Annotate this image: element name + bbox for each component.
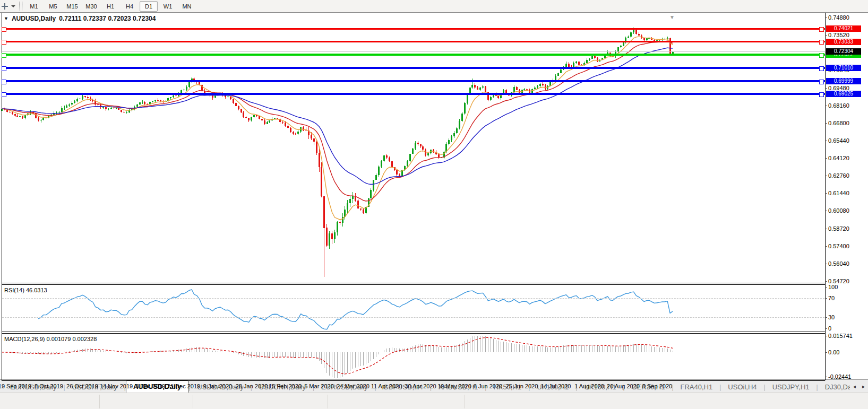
date-axis-label: 19 Sep 2019 [0, 383, 31, 389]
status-bar [0, 393, 868, 409]
hline-handle-right[interactable] [819, 40, 824, 45]
rsi-tick-label: 70 [828, 295, 835, 301]
price-tick-label: 0.61440 [828, 190, 849, 196]
rsi-macd-separator[interactable] [2, 332, 825, 332]
timeframe-button-mn[interactable]: MN [178, 1, 196, 12]
chart-window[interactable]: ▼ AUDUSD,Daily 0.72111 0.72337 0.72023 0… [0, 13, 868, 409]
macd-tick-label: 0.015741 [828, 333, 853, 339]
hline-handle-left[interactable] [2, 80, 6, 84]
chart-title-overlay: ▼ AUDUSD,Daily 0.72111 0.72337 0.72023 0… [4, 15, 156, 22]
chart-ohlc-values: 0.72111 0.72337 0.72023 0.72304 [59, 15, 156, 22]
cursor-dropdown-icon[interactable] [11, 5, 15, 7]
hline-object[interactable] [2, 41, 825, 42]
current-price-line [2, 51, 825, 52]
hline-handle-right[interactable] [819, 80, 824, 84]
chart-shift-marker-icon[interactable]: ▼ [669, 14, 675, 20]
price-tick-label: 0.56040 [828, 260, 849, 267]
timeframe-button-h4[interactable]: H4 [121, 1, 139, 12]
chart-tab-fra40-h1[interactable]: FRA40,H1 [674, 382, 720, 393]
hline-price-badge: 0.74021 [826, 25, 861, 32]
tabs-scroll-left-icon[interactable]: ◂ [850, 382, 858, 391]
macd-bottom-border [2, 380, 825, 381]
rsi-line [38, 290, 673, 329]
hline-object[interactable] [2, 67, 825, 69]
date-axis-label: 21 Dec 2019 [167, 383, 200, 389]
current-price-badge: 0.72304 [826, 48, 861, 55]
date-axis-label: 15 Feb 2020 [269, 383, 302, 389]
hline-price-badge: 0.73033 [826, 39, 861, 45]
moving-average-0 [2, 37, 673, 220]
status-bar-separator [193, 395, 193, 408]
hline-handle-left[interactable] [2, 92, 6, 97]
hline-handle-right[interactable] [819, 53, 824, 58]
timeframe-button-m30[interactable]: M30 [82, 1, 100, 12]
date-axis-label: 28 Jan 2020 [236, 383, 268, 389]
date-axis-label: 5 Mar 2020 [304, 383, 334, 389]
tabs-scroll-right-icon[interactable]: ▸ [860, 382, 867, 391]
macd-tick-label: -0.02441 [828, 373, 851, 380]
date-axis-label: 8 Oct 2019 [35, 383, 63, 389]
timeframe-button-m15[interactable]: M15 [63, 1, 81, 12]
hline-handle-left[interactable] [2, 53, 6, 58]
date-axis-label: 3 Dec 2019 [135, 383, 165, 389]
price-tick-label: 0.66800 [828, 120, 849, 126]
price-tick-label: 0.73520 [828, 32, 849, 38]
hline-handle-right[interactable] [819, 92, 824, 97]
hline-object[interactable] [2, 80, 825, 82]
macd-tick-label: 0.00 [828, 349, 839, 355]
price-tick-label: 0.74880 [828, 14, 849, 21]
price-axis-border [825, 13, 826, 380]
crosshair-cursor-icon[interactable] [1, 2, 9, 11]
timeframe-button-h1[interactable]: H1 [101, 1, 119, 12]
chart-tab-usoil-h4[interactable]: USOil,H4 [721, 382, 763, 393]
timeframe-button-d1[interactable]: D1 [140, 1, 158, 12]
hline-object[interactable] [2, 28, 825, 30]
chart-tab-usdjpy-h1[interactable]: USDJPY,H1 [766, 382, 817, 393]
hline-handle-left[interactable] [2, 66, 6, 71]
rsi-level-line [2, 317, 824, 318]
rsi-tick-label: 0 [828, 325, 831, 332]
price-tick-label: 0.68160 [828, 102, 849, 109]
chart-tab-dj30-daily[interactable]: DJ30,Daily [818, 382, 850, 393]
date-axis-label: 14 Jul 2020 [541, 383, 571, 389]
moving-average-1 [2, 41, 673, 201]
hline-handle-right[interactable] [819, 66, 824, 71]
rsi-level-line [2, 298, 824, 299]
date-axis-label: 25 Jun 2020 [506, 383, 538, 389]
date-axis-label: 19 May 2020 [437, 383, 471, 389]
rsi-tick-label: 100 [828, 284, 838, 290]
hline-handle-right[interactable] [819, 27, 824, 32]
date-axis-label: 30 Apr 2020 [405, 383, 436, 389]
price-tick-label: 0.58720 [828, 225, 849, 232]
price-tick-label: 0.57400 [828, 243, 849, 249]
hline-handle-left[interactable] [2, 40, 6, 45]
hline-object[interactable] [2, 54, 825, 56]
status-bar-separator [465, 395, 465, 408]
timeframe-button-w1[interactable]: W1 [159, 1, 177, 12]
timeframe-button-m5[interactable]: M5 [44, 1, 62, 12]
chart-dropdown-icon[interactable]: ▼ [4, 16, 8, 21]
hline-handle-left[interactable] [2, 27, 6, 32]
date-axis-label: 11 Apr 2020 [371, 383, 402, 389]
rsi-tick-label: 30 [828, 314, 835, 320]
status-bar-separator [99, 395, 100, 408]
status-bar-separator [328, 395, 328, 408]
timeframe-toolbar: M1M5M15M30H1H4D1W1MN [0, 0, 868, 13]
date-axis-label: 14 Nov 2019 [100, 383, 133, 389]
date-axis-label: 8 Sep 2020 [642, 383, 672, 389]
date-axis-label: 26 Oct 2019 [66, 383, 98, 389]
macd-top-border [2, 333, 825, 334]
macd-histogram [2, 336, 673, 378]
toolbar-separator [19, 2, 23, 11]
hline-price-badge: 0.69999 [826, 78, 861, 84]
main-rsi-separator[interactable] [2, 283, 825, 283]
date-axis-label: 24 Mar 2020 [337, 383, 369, 389]
price-tick-label: 0.64120 [828, 155, 849, 161]
hline-price-badge: 0.69025 [826, 91, 861, 97]
chart-symbol-title: AUDUSD,Daily [12, 15, 56, 22]
candles [1, 28, 674, 277]
timeframe-buttons: M1M5M15M30H1H4D1W1MN [24, 1, 196, 12]
timeframe-button-m1[interactable]: M1 [25, 1, 43, 12]
macd-indicator-label: MACD(12,26,9) 0.001079 0.002328 [4, 336, 97, 342]
hline-object[interactable] [2, 93, 825, 95]
